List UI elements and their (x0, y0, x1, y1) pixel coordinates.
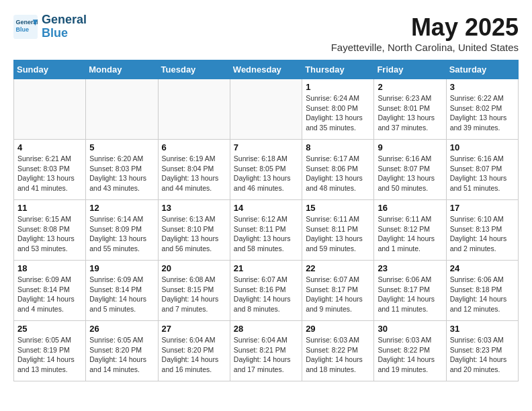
calendar-cell: 10Sunrise: 6:16 AM Sunset: 8:07 PM Dayli… (446, 140, 518, 200)
calendar-cell: 28Sunrise: 6:04 AM Sunset: 8:21 PM Dayli… (230, 321, 302, 381)
calendar-cell: 4Sunrise: 6:21 AM Sunset: 8:03 PM Daylig… (14, 140, 86, 200)
title-block: May 2025 Fayetteville, North Carolina, U… (331, 13, 519, 53)
weekday-header-sunday: Sunday (14, 60, 86, 79)
calendar-cell: 29Sunrise: 6:03 AM Sunset: 8:22 PM Dayli… (302, 321, 374, 381)
day-info: Sunrise: 6:05 AM Sunset: 8:19 PM Dayligh… (17, 335, 82, 375)
day-info: Sunrise: 6:16 AM Sunset: 8:07 PM Dayligh… (378, 154, 442, 193)
calendar-cell (14, 79, 86, 140)
day-info: Sunrise: 6:07 AM Sunset: 8:17 PM Dayligh… (306, 275, 370, 314)
calendar-cell (158, 79, 230, 140)
calendar-cell: 2Sunrise: 6:23 AM Sunset: 8:01 PM Daylig… (374, 79, 446, 140)
day-info: Sunrise: 6:07 AM Sunset: 8:16 PM Dayligh… (234, 275, 298, 314)
calendar-cell: 3Sunrise: 6:22 AM Sunset: 8:02 PM Daylig… (446, 79, 518, 140)
day-info: Sunrise: 6:16 AM Sunset: 8:07 PM Dayligh… (450, 154, 515, 193)
svg-text:Blue: Blue (16, 26, 30, 33)
day-info: Sunrise: 6:06 AM Sunset: 8:18 PM Dayligh… (450, 275, 515, 314)
calendar-cell: 21Sunrise: 6:07 AM Sunset: 8:16 PM Dayli… (230, 261, 302, 321)
weekday-header-thursday: Thursday (302, 60, 374, 79)
day-info: Sunrise: 6:03 AM Sunset: 8:22 PM Dayligh… (378, 335, 442, 375)
day-number: 23 (378, 263, 442, 273)
day-number: 22 (306, 263, 370, 273)
logo-text: General Blue (42, 13, 87, 40)
day-info: Sunrise: 6:17 AM Sunset: 8:06 PM Dayligh… (306, 154, 370, 193)
day-info: Sunrise: 6:11 AM Sunset: 8:11 PM Dayligh… (306, 214, 370, 254)
day-info: Sunrise: 6:20 AM Sunset: 8:03 PM Dayligh… (89, 154, 154, 193)
calendar-week-3: 11Sunrise: 6:15 AM Sunset: 8:08 PM Dayli… (14, 200, 519, 261)
weekday-header-saturday: Saturday (446, 60, 518, 79)
calendar-cell: 26Sunrise: 6:05 AM Sunset: 8:20 PM Dayli… (86, 321, 158, 381)
day-number: 27 (162, 324, 226, 334)
calendar-cell: 16Sunrise: 6:11 AM Sunset: 8:12 PM Dayli… (374, 200, 446, 261)
day-number: 3 (450, 82, 515, 92)
calendar-cell: 13Sunrise: 6:13 AM Sunset: 8:10 PM Dayli… (158, 200, 230, 261)
day-info: Sunrise: 6:05 AM Sunset: 8:20 PM Dayligh… (89, 335, 154, 375)
day-info: Sunrise: 6:19 AM Sunset: 8:04 PM Dayligh… (162, 154, 226, 193)
calendar-week-1: 1Sunrise: 6:24 AM Sunset: 8:00 PM Daylig… (14, 79, 519, 140)
calendar-location: Fayetteville, North Carolina, United Sta… (331, 42, 519, 53)
day-number: 26 (89, 324, 154, 334)
day-info: Sunrise: 6:03 AM Sunset: 8:23 PM Dayligh… (450, 335, 515, 375)
calendar-week-4: 18Sunrise: 6:09 AM Sunset: 8:14 PM Dayli… (14, 261, 519, 321)
day-number: 17 (450, 203, 515, 213)
day-number: 31 (450, 324, 515, 334)
day-number: 25 (17, 324, 82, 334)
day-number: 8 (306, 142, 370, 152)
day-info: Sunrise: 6:14 AM Sunset: 8:09 PM Dayligh… (89, 214, 154, 254)
calendar-cell: 11Sunrise: 6:15 AM Sunset: 8:08 PM Dayli… (14, 200, 86, 261)
calendar-week-5: 25Sunrise: 6:05 AM Sunset: 8:19 PM Dayli… (14, 321, 519, 381)
calendar-cell: 24Sunrise: 6:06 AM Sunset: 8:18 PM Dayli… (446, 261, 518, 321)
day-number: 1 (306, 82, 370, 92)
day-number: 9 (378, 142, 442, 152)
day-number: 21 (234, 263, 298, 273)
day-number: 24 (450, 263, 515, 273)
calendar-week-2: 4Sunrise: 6:21 AM Sunset: 8:03 PM Daylig… (14, 140, 519, 200)
calendar-cell: 30Sunrise: 6:03 AM Sunset: 8:22 PM Dayli… (374, 321, 446, 381)
day-info: Sunrise: 6:04 AM Sunset: 8:20 PM Dayligh… (162, 335, 226, 375)
calendar-cell: 18Sunrise: 6:09 AM Sunset: 8:14 PM Dayli… (14, 261, 86, 321)
day-info: Sunrise: 6:18 AM Sunset: 8:05 PM Dayligh… (234, 154, 298, 193)
calendar-cell: 20Sunrise: 6:08 AM Sunset: 8:15 PM Dayli… (158, 261, 230, 321)
day-info: Sunrise: 6:24 AM Sunset: 8:00 PM Dayligh… (306, 93, 370, 133)
day-number: 14 (234, 203, 298, 213)
logo-icon: General Blue (13, 15, 38, 39)
calendar-cell: 5Sunrise: 6:20 AM Sunset: 8:03 PM Daylig… (86, 140, 158, 200)
day-number: 4 (17, 142, 82, 152)
day-info: Sunrise: 6:08 AM Sunset: 8:15 PM Dayligh… (162, 275, 226, 314)
day-info: Sunrise: 6:21 AM Sunset: 8:03 PM Dayligh… (17, 154, 82, 193)
day-number: 16 (378, 203, 442, 213)
day-number: 30 (378, 324, 442, 334)
calendar-cell: 14Sunrise: 6:12 AM Sunset: 8:11 PM Dayli… (230, 200, 302, 261)
day-info: Sunrise: 6:06 AM Sunset: 8:17 PM Dayligh… (378, 275, 442, 314)
day-info: Sunrise: 6:13 AM Sunset: 8:10 PM Dayligh… (162, 214, 226, 254)
calendar-header-row: SundayMondayTuesdayWednesdayThursdayFrid… (14, 60, 519, 79)
day-number: 7 (234, 142, 298, 152)
calendar-cell: 22Sunrise: 6:07 AM Sunset: 8:17 PM Dayli… (302, 261, 374, 321)
calendar-cell: 1Sunrise: 6:24 AM Sunset: 8:00 PM Daylig… (302, 79, 374, 140)
day-info: Sunrise: 6:12 AM Sunset: 8:11 PM Dayligh… (234, 214, 298, 254)
calendar-cell: 23Sunrise: 6:06 AM Sunset: 8:17 PM Dayli… (374, 261, 446, 321)
day-info: Sunrise: 6:23 AM Sunset: 8:01 PM Dayligh… (378, 93, 442, 133)
day-info: Sunrise: 6:15 AM Sunset: 8:08 PM Dayligh… (17, 214, 82, 254)
day-number: 6 (162, 142, 226, 152)
weekday-header-tuesday: Tuesday (158, 60, 230, 79)
day-number: 11 (17, 203, 82, 213)
day-info: Sunrise: 6:11 AM Sunset: 8:12 PM Dayligh… (378, 214, 442, 254)
day-number: 2 (378, 82, 442, 92)
weekday-header-wednesday: Wednesday (230, 60, 302, 79)
day-number: 15 (306, 203, 370, 213)
weekday-header-friday: Friday (374, 60, 446, 79)
day-number: 28 (234, 324, 298, 334)
day-info: Sunrise: 6:10 AM Sunset: 8:13 PM Dayligh… (450, 214, 515, 254)
day-number: 18 (17, 263, 82, 273)
calendar-cell: 9Sunrise: 6:16 AM Sunset: 8:07 PM Daylig… (374, 140, 446, 200)
day-info: Sunrise: 6:22 AM Sunset: 8:02 PM Dayligh… (450, 93, 515, 133)
day-number: 10 (450, 142, 515, 152)
day-number: 19 (89, 263, 154, 273)
calendar-cell: 17Sunrise: 6:10 AM Sunset: 8:13 PM Dayli… (446, 200, 518, 261)
weekday-header-monday: Monday (86, 60, 158, 79)
day-number: 20 (162, 263, 226, 273)
day-info: Sunrise: 6:09 AM Sunset: 8:14 PM Dayligh… (17, 275, 82, 314)
calendar-cell: 27Sunrise: 6:04 AM Sunset: 8:20 PM Dayli… (158, 321, 230, 381)
calendar-table: SundayMondayTuesdayWednesdayThursdayFrid… (13, 60, 519, 381)
calendar-cell: 8Sunrise: 6:17 AM Sunset: 8:06 PM Daylig… (302, 140, 374, 200)
